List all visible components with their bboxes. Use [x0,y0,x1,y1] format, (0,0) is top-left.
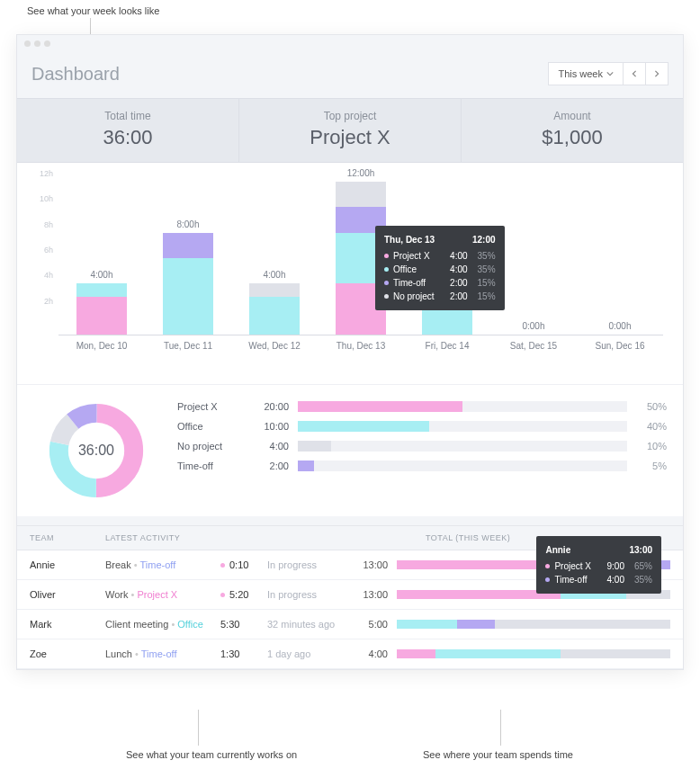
breakdown-row[interactable]: Time-off 2:00 5% [177,461,667,471]
x-label: Fri, Dec 14 [404,341,490,351]
range-label: This week [558,68,603,79]
chart-tooltip: Thu, Dec 1312:00Project X4:0035%Office4:… [375,226,505,310]
stats-bar: Total time 36:00 Top project Project X A… [17,98,683,163]
breakdown-time: 20:00 [253,401,289,412]
chart-column[interactable]: 8:00h [145,183,231,335]
breakdown-fill [298,461,314,471]
next-button[interactable] [645,62,669,85]
breakdown-fill [298,441,331,452]
team-rows: Annie Break • Time-off 0:10 In progress … [17,550,683,669]
breakdown-name: Project X [177,401,244,412]
activity-status: 1 day ago [267,648,348,659]
chart-bar: 4:00h [249,283,300,335]
team-total-time: 13:00 [348,589,397,600]
stat-value: $1,000 [462,126,683,149]
stat-amount: Amount $1,000 [462,99,683,162]
stat-label: Total time [17,110,238,122]
range-select[interactable]: This week [548,62,624,85]
traffic-light-icon [34,40,40,47]
team-total-time: 5:00 [348,619,397,630]
chart-column[interactable]: 4:00h [231,183,318,335]
team-bar-segment [435,649,561,658]
annotation-spends-time: See where your team spends time [423,749,573,760]
header: Dashboard This week [17,51,683,98]
y-tick: 6h [44,246,53,255]
team-activity: Client meeting • Office [105,619,220,630]
bar-segment [76,283,127,296]
bar-value-label: 0:00h [522,321,544,331]
breakdown-fill [298,401,462,412]
y-tick: 8h [44,220,53,229]
team-row[interactable]: Mark Client meeting • Office 5:30 32 min… [17,610,683,639]
donut-center-value: 36:00 [78,443,114,459]
bar-segment [163,233,213,258]
team-activity: Lunch • Time-off [105,648,220,659]
team-bar-segment [495,620,670,629]
team-tooltip: Annie13:00Project X9:0065%Time-off4:0035… [536,536,661,594]
team-total-time: 4:00 [348,648,397,659]
activity-tag: Time-off [141,648,177,659]
breakdown-bar [298,421,627,432]
activity-time: 5:20 [220,589,267,600]
window-titlebar [17,35,683,51]
chart-column[interactable]: 0:00h [577,183,663,335]
x-label: Sat, Dec 15 [490,341,577,351]
team-total-time: 13:00 [348,559,397,570]
activity-tag: Time-off [140,559,176,570]
stat-top-project: Top project Project X [239,99,462,162]
main-window: Dashboard This week Total time 36:00 Top… [16,34,684,670]
breakdown-time: 2:00 [253,461,289,471]
breakdown-row[interactable]: Office 10:00 40% [177,421,667,432]
bar-segment [249,297,300,335]
team-row[interactable]: Zoe Lunch • Time-off 1:30 1 day ago 4:00 [17,639,683,669]
activity-time: 1:30 [220,648,267,659]
stat-label: Top project [239,110,461,122]
team-bar-segment [561,649,670,658]
x-label: Thu, Dec 13 [318,341,404,351]
y-tick: 12h [40,169,53,178]
bar-value-label: 12:00h [347,168,375,178]
breakdown-name: Office [177,421,244,432]
activity-tag: Project X [137,589,177,600]
breakdown-bar [298,461,627,471]
chart-column[interactable]: 4:00h [58,183,145,335]
breakdown-bar [298,441,627,452]
prev-button[interactable] [623,62,646,85]
x-label: Tue, Dec 11 [145,341,231,351]
breakdown-pct: 40% [636,421,667,432]
team-bar-segment [457,620,496,629]
stat-total-time: Total time 36:00 [17,99,239,162]
activity-time: 5:30 [220,619,267,630]
team-activity: Break • Time-off [105,559,220,570]
breakdown-pct: 10% [636,441,667,452]
breakdown-time: 10:00 [253,421,289,432]
bar-value-label: 0:00h [608,321,631,331]
breakdown-row[interactable]: Project X 20:00 50% [177,401,667,412]
breakdown-list: Project X 20:00 50% Office 10:00 40% No … [177,401,667,500]
donut-chart: 36:00 [33,401,159,500]
page-title: Dashboard [31,64,120,85]
annotation-line [198,710,199,746]
traffic-light-icon [24,40,31,47]
x-label: Wed, Dec 12 [231,341,318,351]
team-bar-segment [397,560,539,569]
breakdown-time: 4:00 [253,441,289,452]
team-bar-segment [397,649,435,658]
y-tick: 4h [44,271,53,280]
breakdown-name: No project [177,441,244,452]
col-header-activity: LATEST ACTIVITY [105,533,307,542]
range-controls: This week [549,62,669,85]
chevron-right-icon [653,70,660,77]
breakdown-pct: 50% [636,401,667,412]
breakdown-row[interactable]: No project 4:00 10% [177,441,667,452]
team-member-name: Oliver [30,589,105,600]
stat-label: Amount [462,110,683,122]
team-section: TEAM LATEST ACTIVITY TOTAL (THIS WEEK) A… [17,525,683,669]
breakdown-bar [298,401,627,412]
x-label: Sun, Dec 16 [577,341,663,351]
chart-bar: 8:00h [163,233,213,335]
team-activity: Work • Project X [105,589,220,600]
annotation-works-on: See what your team currently works on [126,749,297,760]
status-dot-icon [220,593,225,597]
bar-value-label: 8:00h [176,219,199,229]
